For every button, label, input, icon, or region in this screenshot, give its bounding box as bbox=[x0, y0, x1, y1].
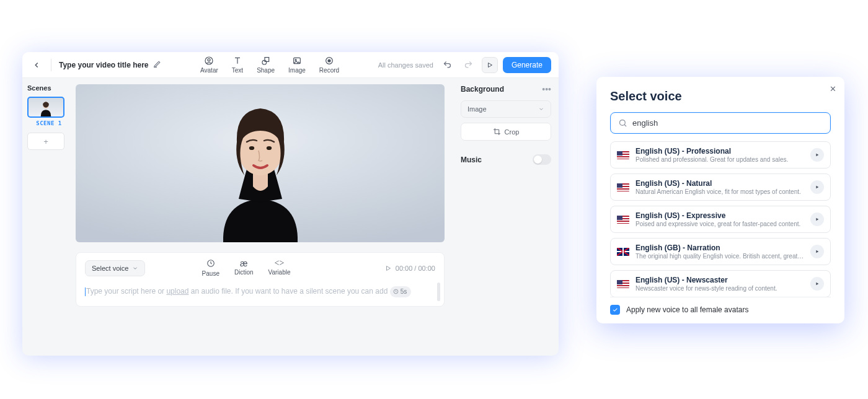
voice-name: English (US) - Expressive bbox=[636, 211, 804, 220]
avatar-figure bbox=[180, 94, 341, 242]
scene-thumbnail[interactable] bbox=[27, 97, 64, 118]
apply-all-label: Apply new voice to all female avatars bbox=[626, 305, 748, 314]
variable-icon: <> bbox=[275, 259, 285, 268]
voice-option[interactable]: English (US) - Professional Polished and… bbox=[610, 141, 831, 169]
background-type-select[interactable]: Image bbox=[461, 100, 551, 118]
center-column: Select voice Pause æ Diction bbox=[76, 78, 453, 356]
voice-search-input[interactable] bbox=[632, 118, 823, 128]
svg-point-4 bbox=[295, 59, 296, 61]
select-voice-button[interactable]: Select voice bbox=[85, 260, 145, 276]
select-voice-modal: ✕ Select voice English (US) - Profession… bbox=[596, 77, 844, 323]
crop-button[interactable]: Crop bbox=[461, 123, 551, 141]
voice-list: English (US) - Professional Polished and… bbox=[610, 141, 831, 297]
chip-label: 5s bbox=[401, 287, 407, 297]
insert-text-button[interactable]: Text bbox=[232, 56, 243, 74]
tool-label: Text bbox=[232, 67, 243, 74]
voice-desc: Natural American English voice, fit for … bbox=[636, 188, 804, 195]
more-options-button[interactable]: ••• bbox=[542, 84, 551, 94]
crop-icon bbox=[493, 128, 501, 136]
avatar-thumbnail-icon bbox=[38, 100, 53, 116]
play-icon[interactable] bbox=[384, 265, 392, 272]
add-scene-button[interactable]: + bbox=[27, 133, 64, 150]
background-type-value: Image bbox=[467, 105, 487, 113]
voice-name: English (US) - Professional bbox=[636, 147, 804, 156]
search-icon bbox=[618, 118, 627, 128]
video-editor-window: Type your video title here Avatar Text S… bbox=[22, 52, 559, 356]
scrollbar[interactable] bbox=[437, 283, 440, 301]
preview-voice-button[interactable] bbox=[810, 213, 824, 226]
voice-name: English (GB) - Narration bbox=[636, 243, 804, 252]
tool-label: Image bbox=[288, 67, 306, 74]
placeholder-text: an audio file. If you want to have a sil… bbox=[188, 287, 389, 296]
insert-avatar-button[interactable]: Avatar bbox=[200, 56, 218, 74]
script-panel: Select voice Pause æ Diction bbox=[76, 252, 445, 307]
script-tools: Pause æ Diction <> Variable bbox=[202, 259, 291, 277]
variable-tool-button[interactable]: <> Variable bbox=[268, 259, 291, 277]
save-status: All changes saved bbox=[378, 61, 433, 69]
tool-label: Pause bbox=[202, 270, 219, 277]
clock-icon bbox=[206, 259, 215, 269]
chevron-down-icon bbox=[132, 265, 138, 271]
voice-name: English (US) - Natural bbox=[636, 179, 804, 188]
edit-title-icon[interactable] bbox=[153, 59, 161, 71]
video-title-input[interactable]: Type your video title here bbox=[59, 61, 148, 69]
redo-button[interactable] bbox=[461, 57, 477, 73]
voice-desc: The original high quality English voice.… bbox=[636, 253, 804, 260]
voice-search-field[interactable] bbox=[610, 112, 831, 134]
svg-point-9 bbox=[249, 146, 254, 150]
tool-label: Avatar bbox=[200, 67, 218, 74]
insert-toolbar: Avatar Text Shape Image Record bbox=[200, 56, 339, 74]
back-button[interactable] bbox=[30, 58, 43, 72]
preview-button[interactable] bbox=[482, 57, 498, 73]
clock-icon bbox=[393, 289, 399, 294]
generate-button[interactable]: Generate bbox=[503, 57, 551, 73]
voice-desc: Poised and expressive voice, great for f… bbox=[636, 221, 804, 227]
scene-label: SCENE 1 bbox=[27, 120, 71, 126]
voice-option[interactable]: English (US) - Expressive Poised and exp… bbox=[610, 206, 831, 233]
video-canvas[interactable] bbox=[76, 84, 445, 242]
flag-us-icon bbox=[617, 216, 629, 224]
preview-voice-button[interactable] bbox=[810, 148, 824, 162]
script-toolbar: Select voice Pause æ Diction bbox=[85, 259, 435, 277]
insert-record-button[interactable]: Record bbox=[319, 56, 339, 74]
insert-shape-button[interactable]: Shape bbox=[257, 56, 275, 74]
insert-image-button[interactable]: Image bbox=[288, 56, 306, 74]
modal-title: Select voice bbox=[610, 89, 831, 103]
modal-footer: Apply new voice to all female avatars bbox=[610, 297, 831, 315]
close-button[interactable]: ✕ bbox=[827, 83, 838, 94]
diction-icon: æ bbox=[240, 259, 247, 268]
script-textarea[interactable]: Type your script here or upload an audio… bbox=[85, 286, 435, 297]
editor-body: Scenes SCENE 1 + bbox=[22, 78, 559, 356]
svg-point-13 bbox=[620, 120, 626, 126]
preview-voice-button[interactable] bbox=[810, 180, 824, 194]
upload-link[interactable]: upload bbox=[166, 287, 188, 296]
flag-us-icon bbox=[617, 280, 629, 288]
pause-tool-button[interactable]: Pause bbox=[202, 259, 219, 277]
apply-all-checkbox[interactable] bbox=[610, 305, 620, 315]
tool-label: Variable bbox=[268, 269, 291, 276]
svg-point-10 bbox=[266, 146, 271, 150]
voice-name: English (US) - Newscaster bbox=[636, 276, 804, 284]
preview-voice-button[interactable] bbox=[810, 245, 824, 258]
background-section-title: Background bbox=[461, 85, 504, 94]
divider bbox=[51, 59, 51, 71]
voice-desc: Newscaster voice for news-style reading … bbox=[636, 285, 804, 292]
svg-point-2 bbox=[262, 60, 267, 64]
undo-button[interactable] bbox=[440, 57, 456, 73]
scenes-title: Scenes bbox=[27, 84, 71, 92]
properties-panel: Background ••• Image Crop Music bbox=[453, 78, 559, 356]
voice-option[interactable]: English (US) - Newscaster Newscaster voi… bbox=[610, 270, 831, 297]
flag-gb-icon bbox=[617, 248, 629, 256]
silence-chip[interactable]: 5s bbox=[390, 286, 412, 297]
voice-desc: Polished and professional. Great for upd… bbox=[636, 156, 804, 163]
text-caret bbox=[85, 287, 86, 296]
music-toggle[interactable] bbox=[533, 154, 551, 165]
preview-voice-button[interactable] bbox=[810, 277, 824, 291]
voice-option[interactable]: English (GB) - Narration The original hi… bbox=[610, 238, 831, 265]
select-voice-label: Select voice bbox=[92, 265, 128, 272]
time-text: 00:00 / 00:00 bbox=[396, 265, 435, 272]
diction-tool-button[interactable]: æ Diction bbox=[234, 259, 254, 277]
playback-time: 00:00 / 00:00 bbox=[384, 265, 435, 272]
tool-label: Diction bbox=[234, 269, 254, 276]
voice-option[interactable]: English (US) - Natural Natural American … bbox=[610, 173, 831, 201]
